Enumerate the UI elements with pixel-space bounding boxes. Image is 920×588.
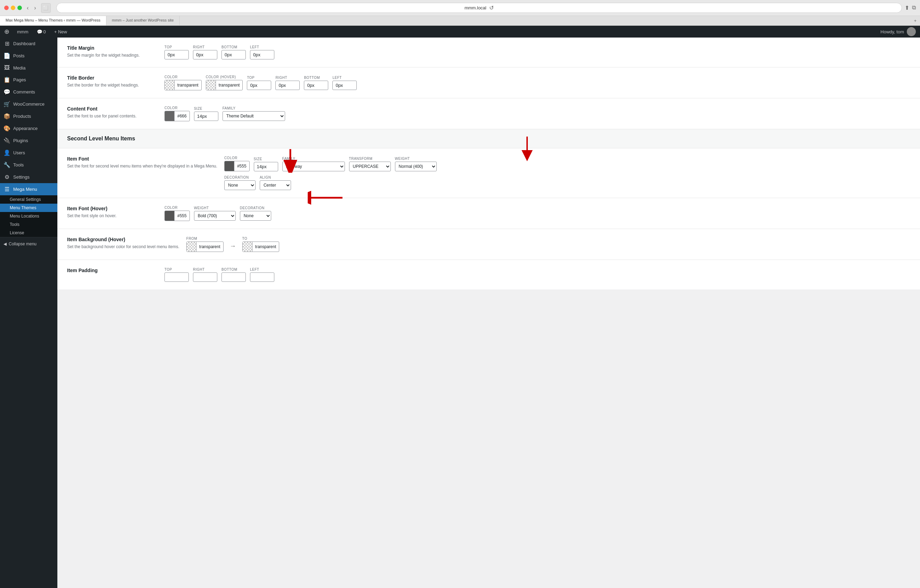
- item-font-weight-select[interactable]: Normal (400) Bold (700): [395, 162, 437, 171]
- title-margin-left-label: LEFT: [250, 45, 274, 49]
- sidebar-item-tools-sub[interactable]: Tools: [0, 220, 57, 229]
- sidebar-label-menu-themes: Menu Themes: [10, 205, 36, 210]
- wp-logo[interactable]: ⊕: [4, 28, 10, 36]
- title-border-left-input[interactable]: [332, 81, 357, 90]
- collapse-label: Collapse menu: [9, 242, 37, 246]
- title-border-color-hover-value: transparent: [216, 81, 243, 89]
- megamenu-submenu: General Settings Menu Themes Menu Locati…: [0, 195, 57, 237]
- item-font-hover-decoration-group: DECORATION None underline: [240, 206, 271, 221]
- title-border-color-hover-swatch[interactable]: transparent: [206, 80, 243, 90]
- browser-nav: ‹ ›: [25, 4, 38, 12]
- title-margin-top-input[interactable]: [164, 50, 189, 60]
- item-bg-hover-from-swatch[interactable]: transparent: [186, 242, 224, 252]
- content-font-size-label: SIZE: [194, 107, 219, 110]
- title-border-color-swatch[interactable]: transparent: [164, 80, 202, 90]
- item-padding-top-input[interactable]: [164, 273, 189, 282]
- back-button[interactable]: ‹: [25, 4, 31, 12]
- item-font-hover-row: Item Font (Hover) Set the font style on …: [57, 198, 920, 229]
- item-bg-hover-to-preview: [243, 242, 253, 252]
- sidebar-item-woocommerce[interactable]: 🛒 WooCommerce: [0, 98, 57, 110]
- sidebar-item-media[interactable]: 🖼 Media: [0, 62, 57, 74]
- item-bg-hover-to-swatch[interactable]: transparent: [242, 242, 280, 252]
- item-padding-left-input[interactable]: [250, 273, 274, 282]
- windows-icon[interactable]: ⧉: [912, 5, 916, 11]
- title-border-color-group: COLOR transparent: [164, 75, 202, 90]
- sidebar-label-settings: Settings: [13, 174, 29, 180]
- title-border-top-input[interactable]: [247, 81, 271, 90]
- title-border-bottom-input[interactable]: [304, 81, 328, 90]
- item-font-hover-color-swatch[interactable]: #555: [164, 211, 190, 221]
- sidebar-item-comments[interactable]: 💬 Comments: [0, 86, 57, 98]
- content-font-family-select[interactable]: Theme Default Arial Raleway Open Sans: [222, 111, 285, 121]
- item-padding-bottom-input[interactable]: [222, 273, 246, 282]
- title-margin-left-input[interactable]: [250, 50, 274, 60]
- admin-bar-site[interactable]: mmm: [13, 26, 32, 37]
- title-border-left-label: LEFT: [332, 76, 357, 79]
- content-font-heading: Content Font: [67, 106, 157, 111]
- sidebar-item-plugins[interactable]: 🔌 Plugins: [0, 134, 57, 147]
- item-padding-right-input[interactable]: [193, 273, 217, 282]
- title-margin-bottom-input[interactable]: [222, 50, 246, 60]
- sidebar-item-dashboard[interactable]: ⊞ Dashboard: [0, 37, 57, 50]
- item-font-family-select[interactable]: Raleway Theme Default Arial: [282, 162, 345, 171]
- sidebar-label-woocommerce: WooCommerce: [13, 102, 44, 107]
- item-background-hover-heading: Item Background (Hover): [67, 237, 180, 242]
- item-background-hover-controls: FROM transparent → TO transparent: [186, 237, 910, 252]
- sidebar-label-posts: Posts: [13, 53, 25, 58]
- content-font-color-swatch[interactable]: #666: [164, 111, 190, 121]
- sidebar-item-general-settings[interactable]: General Settings: [0, 195, 57, 204]
- item-padding-bottom-label: BOTTOM: [222, 268, 246, 271]
- title-border-bottom-group: BOTTOM: [304, 76, 328, 90]
- url-bar[interactable]: mmm.local ↺: [56, 3, 902, 13]
- refresh-icon[interactable]: ↺: [489, 5, 494, 11]
- sidebar-item-megamenu[interactable]: ☰ Mega Menu: [0, 183, 57, 195]
- content-font-row: Content Font Set the font to use for pan…: [57, 99, 920, 129]
- sidebar-item-menu-locations[interactable]: Menu Locations: [0, 212, 57, 220]
- forward-button[interactable]: ›: [32, 4, 38, 12]
- item-font-row1: COLOR #555 SIZE FAMI: [224, 156, 437, 171]
- item-font-transform-select[interactable]: UPPERCASE None lowercase Capitalize: [349, 162, 391, 171]
- sidebar-item-settings[interactable]: ⚙ Settings: [0, 171, 57, 183]
- new-tab-button[interactable]: +: [910, 16, 920, 25]
- minimize-dot[interactable]: [11, 6, 15, 10]
- share-icon[interactable]: ⬆: [905, 5, 909, 11]
- title-border-color-preview: [165, 80, 175, 90]
- maximize-dot[interactable]: [18, 6, 22, 10]
- content-font-size-group: SIZE: [194, 107, 219, 121]
- sidebar-label-users: Users: [13, 150, 25, 155]
- item-font-color-swatch[interactable]: #555: [224, 161, 249, 171]
- title-margin-right-label: RIGHT: [193, 45, 217, 49]
- collapse-menu-button[interactable]: ◀ Collapse menu: [0, 237, 57, 250]
- sidebar-item-pages[interactable]: 📋 Pages: [0, 74, 57, 86]
- item-font-family-group: FAMILY Raleway Theme Default Arial: [282, 157, 345, 171]
- sidebar-item-tools[interactable]: 🔧 Tools: [0, 159, 57, 171]
- item-font-decoration-select[interactable]: None underline: [224, 180, 256, 190]
- appearance-icon: 🎨: [3, 125, 10, 132]
- item-font-align-select[interactable]: Center Left Right: [260, 180, 291, 190]
- tab-wordpress[interactable]: Max Mega Menu – Menu Themes ‹ mmm — Word…: [0, 16, 106, 25]
- sidebar-item-posts[interactable]: 📄 Posts: [0, 50, 57, 62]
- title-border-right-input[interactable]: [275, 81, 300, 90]
- comments-icon: 💬: [37, 29, 42, 34]
- sidebar-item-menu-themes[interactable]: Menu Themes: [0, 204, 57, 212]
- item-font-hover-color-group: COLOR #555: [164, 206, 190, 221]
- item-font-hover-description: Set the font style on hover.: [67, 213, 157, 219]
- item-font-hover-weight-select[interactable]: Bold (700) Normal (400): [194, 211, 236, 221]
- admin-bar-new[interactable]: + New: [51, 26, 71, 37]
- item-font-hover-decoration-select[interactable]: None underline: [240, 211, 271, 221]
- tab-site[interactable]: mmm – Just another WordPress site: [106, 16, 180, 25]
- content-font-size-input[interactable]: [194, 111, 219, 121]
- sidebar-item-users[interactable]: 👤 Users: [0, 147, 57, 159]
- title-border-heading: Title Border: [67, 75, 157, 81]
- woocommerce-icon: 🛒: [3, 101, 10, 107]
- sidebar-item-products[interactable]: 📦 Products: [0, 110, 57, 122]
- item-background-hover-row: Item Background (Hover) Set the backgrou…: [57, 229, 920, 260]
- item-font-decoration-group: DECORATION None underline: [224, 176, 256, 190]
- close-dot[interactable]: [4, 6, 9, 10]
- sidebar-item-appearance[interactable]: 🎨 Appearance: [0, 122, 57, 134]
- sidebar-item-license[interactable]: License: [0, 229, 57, 237]
- item-font-size-input[interactable]: [254, 162, 278, 171]
- admin-bar-comments[interactable]: 💬 0: [33, 26, 49, 37]
- content-font-label: Content Font Set the font to use for pan…: [67, 106, 157, 119]
- title-margin-right-input[interactable]: [193, 50, 217, 60]
